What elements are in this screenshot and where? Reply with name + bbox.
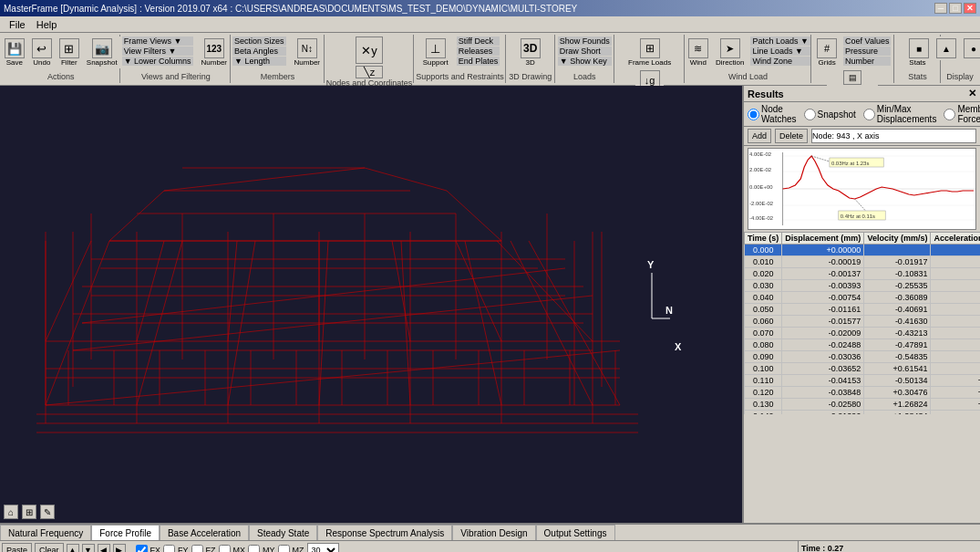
table-cell: 0.020 (745, 268, 782, 280)
view-filters-btn[interactable]: View Filters ▼ (122, 47, 193, 56)
save-button[interactable]: 💾 Save (2, 36, 27, 68)
tab-output-settings[interactable]: Output Settings (536, 525, 615, 540)
tab-vibration-design[interactable]: Vibration Design (452, 525, 535, 540)
my-checkbox[interactable]: MY (248, 545, 275, 553)
min-max-radio[interactable]: Min/Max Displacements (863, 104, 937, 124)
fz-checkbox[interactable]: FZ (191, 545, 216, 553)
table-row[interactable]: 0.080-0.02488-0.47891+4.67766 (745, 339, 981, 351)
patch-loads-btn[interactable]: Patch Loads ▼ (750, 36, 810, 46)
table-row[interactable]: 0.020-0.00137-0.10831-9.91427 (745, 268, 981, 280)
display-btn2[interactable]: ▲ (934, 36, 959, 60)
beta-angles-btn[interactable]: Beta Angles (232, 47, 286, 56)
table-row[interactable]: 0.110-0.04153-0.50134+11.40701 (745, 375, 981, 387)
arrow-right-btn[interactable]: ▶ (113, 544, 126, 552)
direction-btn[interactable]: ➤ Direction (713, 36, 748, 68)
support-btn[interactable]: ⊥ Support (420, 36, 451, 68)
viewport-icon2[interactable]: ⊞ (22, 505, 36, 519)
snapshot-radio[interactable]: Snapshot (804, 104, 856, 124)
grids-btn[interactable]: # Grids (814, 36, 840, 68)
mx-checkbox[interactable]: MX (219, 545, 246, 553)
table-cell: -0.00754 (782, 292, 864, 304)
draw-short-btn[interactable]: Draw Short (558, 47, 612, 56)
table-cell: -0.36089 (864, 292, 931, 304)
node-input[interactable] (811, 129, 976, 143)
col-displacement: Displacement (mm) (782, 233, 864, 245)
grids-label: Grids (819, 58, 836, 67)
paste-button[interactable]: Paste (2, 543, 32, 552)
coef-values-btn[interactable]: Coef Values (843, 36, 891, 46)
number-button[interactable]: 123 Number (199, 36, 230, 68)
table-row[interactable]: 0.050-0.01161-0.40691-4.60193 (745, 304, 981, 316)
tab-force-profile[interactable]: Force Profile (91, 525, 160, 540)
table-row[interactable]: 0.000+0.00000 (745, 245, 981, 256)
table-row[interactable]: 0.140-0.01296+1.28434+1.61044 (745, 411, 981, 415)
fy-checkbox[interactable]: FY (163, 545, 189, 553)
releases-btn[interactable]: Releases (457, 47, 500, 56)
arrow-left-btn[interactable]: ◀ (98, 544, 110, 552)
node-watches-radio[interactable]: Node Watches (748, 104, 797, 124)
members-number-btn[interactable]: N↕ Number (292, 36, 323, 68)
table-row[interactable]: 0.130-0.02580+1.26824+96.34795 (745, 399, 981, 411)
filter-label: Filter (61, 58, 77, 67)
3d-button[interactable]: 3D 3D (518, 36, 543, 68)
arrow-up-btn[interactable]: ▲ (67, 544, 79, 552)
arrow-down-btn[interactable]: ▼ (82, 544, 95, 552)
display-btn1[interactable]: ■ (906, 36, 932, 60)
fx-checkbox[interactable]: FX (136, 545, 161, 553)
show-founds-btn[interactable]: Show Founds (558, 36, 612, 46)
show-key-btn[interactable]: ▼ Show Key (558, 57, 612, 66)
view-select[interactable]: 30 (307, 543, 339, 552)
lower-columns-btn[interactable]: ▼ Lower Columns (122, 57, 193, 66)
toolbar-group-supports: ⊥ Support Stiff Deck Releases End Plates… (415, 35, 505, 83)
table-row[interactable]: 0.060-0.01577-0.41630+0.93809 (745, 316, 981, 328)
direction-label: Direction (716, 58, 745, 67)
col-velocity: Velocity (mm/s) (864, 233, 931, 245)
mz-checkbox[interactable]: MZ (278, 545, 304, 553)
undo-button[interactable]: ↩ Undo (29, 36, 55, 68)
section-sizes-btn[interactable]: Section Sizes (232, 36, 286, 46)
end-plates-btn[interactable]: End Plates (457, 57, 500, 66)
viewport-icon3[interactable]: ✎ (40, 505, 55, 519)
table-row[interactable]: 0.030-0.00393-0.25535-13.70353 (745, 280, 981, 292)
table-row[interactable]: 0.010-0.00019-0.01917 (745, 256, 981, 268)
clear-button[interactable]: Clear (35, 543, 64, 552)
minimize-button[interactable]: ─ (934, 3, 947, 14)
delete-button[interactable]: Delete (775, 129, 808, 143)
wind-btn[interactable]: ≋ Wind (686, 36, 711, 68)
line-loads-btn[interactable]: Line Loads ▼ (750, 47, 810, 56)
filter-button[interactable]: ⊞ Filter (57, 36, 82, 68)
svg-text:4.00E-02: 4.00E-02 (749, 151, 772, 157)
maximize-button[interactable]: □ (949, 3, 962, 14)
tab-base-accel[interactable]: Base Acceleration (160, 525, 249, 540)
menu-file[interactable]: File (4, 19, 31, 30)
number-grids-btn[interactable]: Number (843, 57, 891, 66)
add-button[interactable]: Add (748, 129, 771, 143)
tab-steady-state[interactable]: Steady State (249, 525, 317, 540)
number-label: Number (201, 58, 227, 67)
frame-loads-btn[interactable]: ⊞ Frame Loads (625, 36, 674, 68)
menu-help[interactable]: Help (31, 19, 63, 30)
table-row[interactable]: 0.090-0.03036-0.54835-6.94430 (745, 351, 981, 363)
close-button[interactable]: ✕ (964, 3, 976, 14)
results-close-icon[interactable]: ✕ (968, 88, 976, 99)
pressure-btn[interactable]: Pressure (843, 47, 891, 56)
table-row[interactable]: 0.120-0.03848+0.30476+80.61018 (745, 387, 981, 399)
tab-response-spectrum[interactable]: Response Spectrum Analysis (317, 525, 452, 540)
snapshot-button[interactable]: 📷 Snapshot (84, 36, 120, 68)
table-cell: -0.03848 (782, 387, 864, 399)
table-row[interactable]: 0.100-0.03652+0.61541-5.70633 (745, 363, 981, 375)
stiff-deck-btn[interactable]: Stiff Deck (457, 36, 500, 46)
table-row[interactable]: 0.040-0.00754-0.36089-10.55426 (745, 292, 981, 304)
viewport-3d[interactable]: Top Front Right (0, 86, 743, 523)
stats-group-label: Stats (908, 72, 927, 81)
length-btn[interactable]: ▼ Length (232, 57, 286, 66)
frame-views-btn[interactable]: Frame Views ▼ (122, 36, 193, 46)
display-btn3[interactable]: ● (961, 36, 980, 60)
table-row[interactable]: 0.070-0.02009-0.43213-1.58314 (745, 328, 981, 339)
member-forces-radio[interactable]: Member Forces (944, 104, 980, 124)
wind-zone-btn[interactable]: Wind Zone (750, 57, 810, 66)
viewport-icon1[interactable]: ⌂ (4, 505, 18, 519)
support-label: Support (423, 58, 449, 67)
tab-natural-freq[interactable]: Natural Frequency (0, 525, 91, 540)
frame-loads-label: Frame Loads (628, 58, 671, 67)
